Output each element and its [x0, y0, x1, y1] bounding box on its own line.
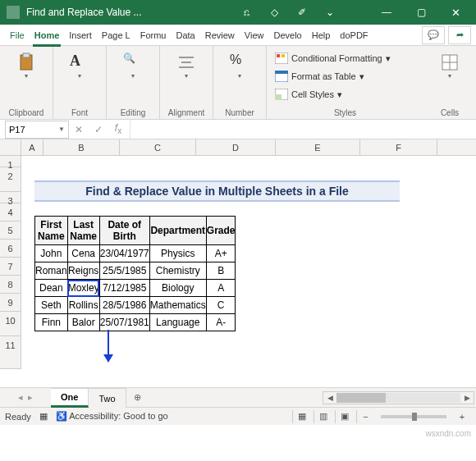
chevron-down-icon[interactable]: ▼: [58, 126, 65, 133]
tab-developer[interactable]: Develo: [268, 25, 306, 46]
tab-data[interactable]: Data: [171, 25, 199, 46]
col-header[interactable]: F: [360, 139, 437, 155]
group-number: Number: [225, 107, 254, 117]
paste-button[interactable]: ▾: [7, 49, 46, 80]
alignment-button[interactable]: ▾: [167, 49, 206, 80]
row-header[interactable]: 8: [0, 276, 21, 294]
col-header[interactable]: E: [276, 139, 360, 155]
window-title: Find and Replace Value ...: [26, 7, 240, 18]
row-header[interactable]: 10: [0, 312, 21, 336]
select-all-corner[interactable]: [0, 139, 21, 155]
horizontal-scrollbar[interactable]: ◀ ▶: [323, 391, 474, 404]
cf-icon: [275, 52, 288, 64]
tab-file[interactable]: File: [5, 25, 30, 46]
row-header[interactable]: 5: [0, 221, 21, 240]
editing-button[interactable]: 🔍 ▾: [113, 49, 153, 80]
row-header[interactable]: 4: [0, 203, 21, 221]
chevron-down-icon[interactable]: ⌄: [323, 6, 336, 19]
fx-button[interactable]: fx: [108, 122, 128, 135]
row-header[interactable]: 2: [0, 167, 21, 192]
ribbon: ▾ Clipboard A ▾ Font 🔍 ▾ Editing ▾ Align…: [0, 46, 476, 120]
zoom-in-button[interactable]: +: [453, 410, 471, 423]
svg-rect-6: [277, 54, 280, 57]
formula-input[interactable]: [130, 121, 476, 139]
tab-home[interactable]: Home: [30, 25, 65, 46]
sheet-nav[interactable]: ◂▸: [0, 392, 51, 403]
svg-rect-1: [23, 53, 30, 57]
page-title: Find & Replace Value in Multiple Sheets …: [34, 180, 400, 202]
col-header[interactable]: D: [196, 139, 276, 155]
col-department: Department: [149, 217, 206, 245]
group-styles: Styles: [275, 107, 415, 117]
col-header[interactable]: A: [21, 139, 43, 155]
cs-label: Cell Styles: [291, 89, 334, 99]
status-bar: Ready ▦ ♿ Accessibility: Good to go ▦ ▥ …: [0, 407, 476, 425]
comments-button[interactable]: 💬: [422, 26, 445, 44]
zoom-slider[interactable]: [381, 415, 446, 418]
table-icon: [275, 71, 288, 82]
autosave-icon[interactable]: ⎌: [240, 6, 253, 19]
office-icon[interactable]: ◇: [268, 6, 281, 19]
percent-icon: %: [230, 52, 249, 72]
cells-icon: [440, 52, 460, 72]
name-box[interactable]: P17 ▼: [5, 121, 69, 139]
tab-insert[interactable]: Insert: [64, 25, 97, 46]
zoom-out-button[interactable]: −: [356, 410, 374, 423]
status-ready: Ready: [5, 412, 31, 422]
sheet-tab-two[interactable]: Two: [89, 388, 126, 408]
close-button[interactable]: ✕: [438, 0, 473, 25]
tab-review[interactable]: Review: [200, 25, 240, 46]
format-as-table-button[interactable]: Format as Table ▾: [275, 67, 415, 85]
row-header[interactable]: 1: [0, 156, 21, 167]
alignment-icon: [176, 52, 196, 72]
row-header[interactable]: 6: [0, 240, 21, 258]
col-header[interactable]: B: [43, 139, 120, 155]
scroll-left-icon[interactable]: ◀: [323, 394, 336, 402]
selected-cell[interactable]: Moxley: [67, 280, 99, 297]
font-button[interactable]: A ▾: [60, 49, 99, 80]
number-button[interactable]: % ▾: [220, 49, 259, 80]
cells-button[interactable]: ▾: [430, 49, 469, 80]
col-firstname: First Name: [35, 217, 68, 245]
table-row: DeanMoxley7/12/1985BiologyA: [35, 280, 236, 297]
draw-icon[interactable]: ✐: [295, 6, 309, 19]
conditional-formatting-button[interactable]: Conditional Formatting ▾: [275, 49, 415, 67]
tab-formulas[interactable]: Formu: [135, 25, 172, 46]
tab-help[interactable]: Help: [307, 25, 336, 46]
macro-icon[interactable]: ▦: [39, 411, 48, 422]
share-button[interactable]: ➦: [448, 26, 471, 44]
enter-formula-button[interactable]: ✓: [89, 124, 108, 135]
col-grade: Grade: [206, 217, 236, 245]
table-row: JohnCena23/04/1977PhysicsA+: [35, 245, 236, 262]
normal-view-button[interactable]: ▦: [292, 410, 310, 423]
svg-rect-11: [275, 94, 281, 100]
find-icon: 🔍: [123, 52, 143, 72]
cancel-formula-button[interactable]: ✕: [69, 124, 89, 135]
tab-view[interactable]: View: [240, 25, 269, 46]
col-header[interactable]: C: [120, 139, 196, 155]
page-layout-button[interactable]: ▥: [314, 410, 332, 423]
new-sheet-button[interactable]: ⊕: [126, 392, 149, 403]
row-header[interactable]: 7: [0, 258, 21, 276]
table-header-row: First Name Last Name Date of Birth Depar…: [35, 217, 236, 245]
accessibility-status[interactable]: ♿ Accessibility: Good to go: [56, 411, 168, 422]
page-break-button[interactable]: ▣: [335, 410, 353, 423]
scroll-right-icon[interactable]: ▶: [460, 394, 474, 402]
scrollbar-thumb[interactable]: [336, 393, 386, 403]
minimize-button[interactable]: —: [369, 0, 404, 25]
svg-marker-16: [103, 354, 113, 363]
row-header[interactable]: 9: [0, 294, 21, 312]
worksheet-grid[interactable]: A B C D E F 1 2 3 4 5 6 7 8 9 10 11 Find…: [0, 139, 476, 387]
sheet-tab-one[interactable]: One: [51, 388, 89, 408]
maximize-button[interactable]: ▢: [404, 0, 438, 25]
row-header[interactable]: 11: [0, 336, 21, 369]
row-header[interactable]: 3: [0, 192, 21, 203]
group-alignment: Alignment: [168, 107, 204, 117]
group-editing: Editing: [121, 107, 146, 117]
tab-page-layout[interactable]: Page L: [97, 25, 135, 46]
tab-dopdf[interactable]: doPDF: [335, 25, 373, 46]
svg-rect-9: [275, 71, 288, 74]
cell-styles-button[interactable]: Cell Styles ▾: [275, 85, 415, 103]
group-cells: Cells: [441, 107, 459, 117]
cellstyles-icon: [275, 89, 288, 100]
